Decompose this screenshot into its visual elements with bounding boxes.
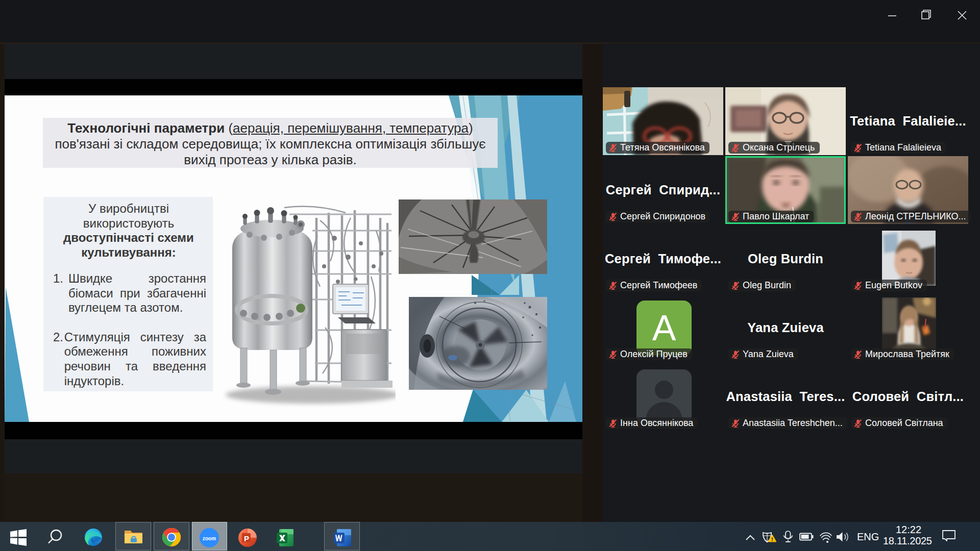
svg-text:P: P — [244, 534, 249, 543]
svg-text:zoom: zoom — [203, 536, 216, 541]
svg-text:ENG: ENG — [857, 531, 879, 542]
